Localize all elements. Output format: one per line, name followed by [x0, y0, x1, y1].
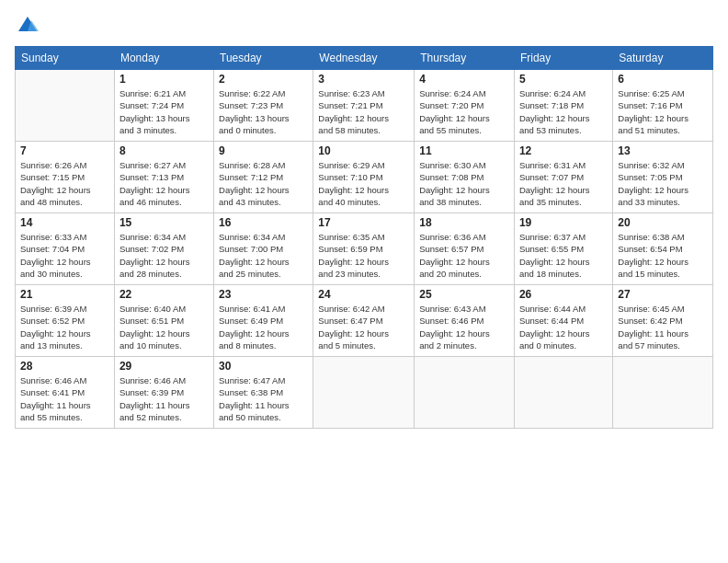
- calendar-header-row: SundayMondayTuesdayWednesdayThursdayFrid…: [16, 47, 713, 70]
- day-info: Sunrise: 6:45 AM Sunset: 6:42 PM Dayligh…: [618, 303, 708, 351]
- day-number: 9: [219, 144, 308, 157]
- day-number: 26: [519, 288, 608, 301]
- calendar-cell: 7Sunrise: 6:26 AM Sunset: 7:15 PM Daylig…: [16, 142, 115, 213]
- calendar-cell: 17Sunrise: 6:35 AM Sunset: 6:59 PM Dayli…: [313, 213, 415, 285]
- calendar-cell: 9Sunrise: 6:28 AM Sunset: 7:12 PM Daylig…: [214, 142, 313, 213]
- calendar-cell: 26Sunrise: 6:44 AM Sunset: 6:44 PM Dayli…: [514, 285, 612, 357]
- day-info: Sunrise: 6:35 AM Sunset: 6:59 PM Dayligh…: [318, 231, 409, 280]
- calendar-table: SundayMondayTuesdayWednesdayThursdayFrid…: [15, 46, 713, 429]
- calendar-cell: [415, 357, 515, 429]
- day-info: Sunrise: 6:28 AM Sunset: 7:12 PM Dayligh…: [219, 159, 308, 208]
- calendar-cell: 23Sunrise: 6:41 AM Sunset: 6:49 PM Dayli…: [214, 285, 313, 357]
- day-info: Sunrise: 6:25 AM Sunset: 7:16 PM Dayligh…: [618, 87, 708, 136]
- day-info: Sunrise: 6:36 AM Sunset: 6:57 PM Dayligh…: [419, 231, 509, 280]
- day-info: Sunrise: 6:41 AM Sunset: 6:49 PM Dayligh…: [219, 303, 308, 351]
- calendar-cell: [313, 357, 415, 429]
- day-number: 23: [219, 288, 308, 301]
- day-number: 22: [119, 288, 209, 301]
- calendar-cell: 15Sunrise: 6:34 AM Sunset: 7:02 PM Dayli…: [114, 213, 213, 285]
- week-row-3: 21Sunrise: 6:39 AM Sunset: 6:52 PM Dayli…: [16, 285, 713, 357]
- day-number: 10: [318, 144, 409, 157]
- day-info: Sunrise: 6:30 AM Sunset: 7:08 PM Dayligh…: [419, 159, 509, 208]
- calendar-cell: 28Sunrise: 6:46 AM Sunset: 6:41 PM Dayli…: [16, 357, 115, 429]
- day-info: Sunrise: 6:34 AM Sunset: 7:00 PM Dayligh…: [219, 231, 308, 280]
- day-info: Sunrise: 6:33 AM Sunset: 7:04 PM Dayligh…: [20, 231, 109, 280]
- day-info: Sunrise: 6:26 AM Sunset: 7:15 PM Dayligh…: [20, 159, 109, 208]
- day-info: Sunrise: 6:23 AM Sunset: 7:21 PM Dayligh…: [318, 87, 409, 136]
- day-number: 29: [119, 360, 209, 373]
- day-number: 12: [519, 144, 608, 157]
- day-info: Sunrise: 6:37 AM Sunset: 6:55 PM Dayligh…: [519, 231, 608, 280]
- day-number: 1: [119, 73, 209, 86]
- day-number: 5: [519, 73, 608, 86]
- calendar-cell: 20Sunrise: 6:38 AM Sunset: 6:54 PM Dayli…: [613, 213, 713, 285]
- week-row-4: 28Sunrise: 6:46 AM Sunset: 6:41 PM Dayli…: [16, 357, 713, 429]
- calendar-cell: 22Sunrise: 6:40 AM Sunset: 6:51 PM Dayli…: [114, 285, 213, 357]
- day-info: Sunrise: 6:42 AM Sunset: 6:47 PM Dayligh…: [318, 303, 409, 351]
- calendar-cell: 4Sunrise: 6:24 AM Sunset: 7:20 PM Daylig…: [415, 70, 515, 142]
- day-number: 16: [219, 216, 308, 229]
- calendar-cell: 5Sunrise: 6:24 AM Sunset: 7:18 PM Daylig…: [514, 70, 612, 142]
- day-info: Sunrise: 6:21 AM Sunset: 7:24 PM Dayligh…: [119, 87, 209, 136]
- calendar-cell: 2Sunrise: 6:22 AM Sunset: 7:23 PM Daylig…: [214, 70, 313, 142]
- day-number: 8: [119, 144, 209, 157]
- calendar-cell: 29Sunrise: 6:46 AM Sunset: 6:39 PM Dayli…: [114, 357, 213, 429]
- day-number: 15: [119, 216, 209, 229]
- calendar-cell: 30Sunrise: 6:47 AM Sunset: 6:38 PM Dayli…: [214, 357, 313, 429]
- day-number: 28: [20, 360, 109, 373]
- day-info: Sunrise: 6:46 AM Sunset: 6:41 PM Dayligh…: [20, 374, 109, 423]
- calendar-cell: 21Sunrise: 6:39 AM Sunset: 6:52 PM Dayli…: [16, 285, 115, 357]
- day-number: 13: [618, 144, 708, 157]
- calendar-cell: 14Sunrise: 6:33 AM Sunset: 7:04 PM Dayli…: [16, 213, 115, 285]
- day-info: Sunrise: 6:22 AM Sunset: 7:23 PM Dayligh…: [219, 87, 308, 136]
- calendar-cell: [514, 357, 612, 429]
- calendar-cell: 11Sunrise: 6:30 AM Sunset: 7:08 PM Dayli…: [415, 142, 515, 213]
- day-info: Sunrise: 6:34 AM Sunset: 7:02 PM Dayligh…: [119, 231, 209, 280]
- day-info: Sunrise: 6:47 AM Sunset: 6:38 PM Dayligh…: [219, 374, 308, 423]
- calendar-cell: 1Sunrise: 6:21 AM Sunset: 7:24 PM Daylig…: [114, 70, 213, 142]
- calendar-cell: 27Sunrise: 6:45 AM Sunset: 6:42 PM Dayli…: [613, 285, 713, 357]
- day-info: Sunrise: 6:32 AM Sunset: 7:05 PM Dayligh…: [618, 159, 708, 208]
- day-info: Sunrise: 6:46 AM Sunset: 6:39 PM Dayligh…: [119, 374, 209, 423]
- col-header-tuesday: Tuesday: [214, 47, 313, 70]
- day-number: 24: [318, 288, 409, 301]
- header: [15, 13, 713, 39]
- col-header-thursday: Thursday: [415, 47, 515, 70]
- day-info: Sunrise: 6:38 AM Sunset: 6:54 PM Dayligh…: [618, 231, 708, 280]
- calendar-cell: 13Sunrise: 6:32 AM Sunset: 7:05 PM Dayli…: [613, 142, 713, 213]
- day-number: 3: [318, 73, 409, 86]
- day-number: 4: [419, 73, 509, 86]
- calendar-cell: 6Sunrise: 6:25 AM Sunset: 7:16 PM Daylig…: [613, 70, 713, 142]
- col-header-monday: Monday: [114, 47, 213, 70]
- day-info: Sunrise: 6:27 AM Sunset: 7:13 PM Dayligh…: [119, 159, 209, 208]
- logo-icon: [15, 13, 40, 39]
- day-info: Sunrise: 6:43 AM Sunset: 6:46 PM Dayligh…: [419, 303, 509, 351]
- day-info: Sunrise: 6:39 AM Sunset: 6:52 PM Dayligh…: [20, 303, 109, 351]
- col-header-wednesday: Wednesday: [313, 47, 415, 70]
- calendar-cell: 12Sunrise: 6:31 AM Sunset: 7:07 PM Dayli…: [514, 142, 612, 213]
- logo: [15, 13, 42, 39]
- day-number: 2: [219, 73, 308, 86]
- calendar-cell: 18Sunrise: 6:36 AM Sunset: 6:57 PM Dayli…: [415, 213, 515, 285]
- col-header-friday: Friday: [514, 47, 612, 70]
- calendar-cell: 19Sunrise: 6:37 AM Sunset: 6:55 PM Dayli…: [514, 213, 612, 285]
- day-number: 30: [219, 360, 308, 373]
- calendar-cell: 3Sunrise: 6:23 AM Sunset: 7:21 PM Daylig…: [313, 70, 415, 142]
- day-number: 18: [419, 216, 509, 229]
- week-row-2: 14Sunrise: 6:33 AM Sunset: 7:04 PM Dayli…: [16, 213, 713, 285]
- week-row-0: 1Sunrise: 6:21 AM Sunset: 7:24 PM Daylig…: [16, 70, 713, 142]
- day-info: Sunrise: 6:31 AM Sunset: 7:07 PM Dayligh…: [519, 159, 608, 208]
- calendar-cell: 8Sunrise: 6:27 AM Sunset: 7:13 PM Daylig…: [114, 142, 213, 213]
- day-info: Sunrise: 6:44 AM Sunset: 6:44 PM Dayligh…: [519, 303, 608, 351]
- calendar-cell: 16Sunrise: 6:34 AM Sunset: 7:00 PM Dayli…: [214, 213, 313, 285]
- calendar-cell: 24Sunrise: 6:42 AM Sunset: 6:47 PM Dayli…: [313, 285, 415, 357]
- day-number: 14: [20, 216, 109, 229]
- day-info: Sunrise: 6:24 AM Sunset: 7:20 PM Dayligh…: [419, 87, 509, 136]
- day-number: 19: [519, 216, 608, 229]
- col-header-saturday: Saturday: [613, 47, 713, 70]
- day-number: 20: [618, 216, 708, 229]
- day-info: Sunrise: 6:40 AM Sunset: 6:51 PM Dayligh…: [119, 303, 209, 351]
- calendar-cell: 10Sunrise: 6:29 AM Sunset: 7:10 PM Dayli…: [313, 142, 415, 213]
- day-number: 25: [419, 288, 509, 301]
- day-number: 17: [318, 216, 409, 229]
